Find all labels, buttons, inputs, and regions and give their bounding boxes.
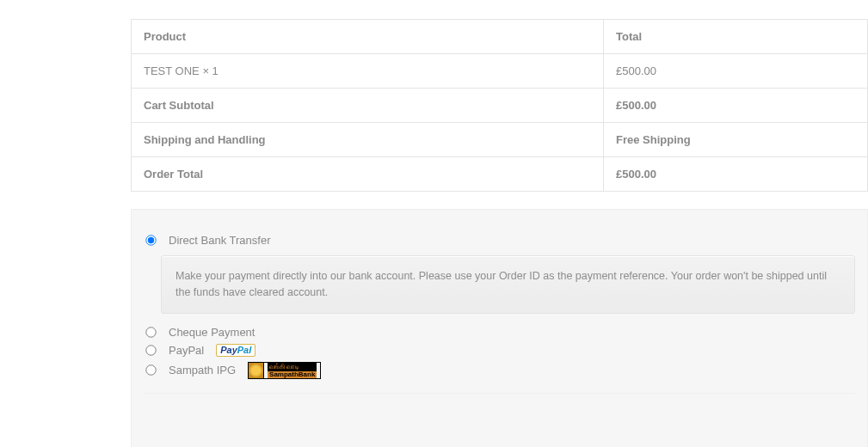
shipping-label: Shipping and Handling	[132, 123, 604, 157]
table-header-row: Product Total	[132, 20, 868, 54]
payment-methods-panel: Direct Bank Transfer Make your payment d…	[131, 209, 868, 447]
paypal-logo-icon: PayPal	[216, 344, 255, 357]
radio-paypal[interactable]	[145, 345, 156, 355]
radio-sampath[interactable]	[145, 364, 156, 375]
subtotal-value: £500.00	[604, 89, 868, 123]
sampath-bank-logo-icon: வங்கி வாடி SampathBank	[248, 362, 321, 379]
subtotal-label: Cart Subtotal	[132, 89, 604, 123]
payment-label: Sampath IPG	[169, 364, 236, 377]
shipping-value: Free Shipping	[604, 123, 868, 157]
payment-option-cheque[interactable]: Cheque Payment	[144, 326, 855, 339]
divider	[144, 393, 855, 394]
payment-option-direct-bank[interactable]: Direct Bank Transfer	[144, 234, 855, 247]
product-total-cell: £500.00	[604, 54, 868, 89]
product-name-cell: TEST ONE × 1	[132, 54, 604, 89]
payment-label: Direct Bank Transfer	[169, 234, 271, 247]
payment-option-sampath[interactable]: Sampath IPG வங்கி வாடி SampathBank	[144, 362, 855, 379]
sampath-emblem-icon	[249, 363, 264, 378]
radio-direct-bank[interactable]	[145, 235, 156, 245]
radio-cheque[interactable]	[145, 327, 156, 337]
payment-label: PayPal	[169, 344, 204, 357]
total-value: £500.00	[604, 157, 868, 192]
total-label: Order Total	[132, 157, 604, 192]
checkout-container: Product Total TEST ONE × 1 £500.00 Cart …	[131, 19, 868, 447]
table-row: TEST ONE × 1 £500.00	[132, 54, 868, 89]
col-total-header: Total	[604, 20, 868, 54]
payment-label: Cheque Payment	[169, 326, 255, 339]
col-product-header: Product	[132, 20, 604, 54]
total-row: Order Total £500.00	[132, 157, 868, 192]
subtotal-row: Cart Subtotal £500.00	[132, 89, 868, 123]
payment-option-paypal[interactable]: PayPal PayPal	[144, 344, 855, 357]
order-review-table: Product Total TEST ONE × 1 £500.00 Cart …	[131, 19, 868, 192]
payment-description: Make your payment directly into our bank…	[161, 255, 855, 314]
shipping-row: Shipping and Handling Free Shipping	[132, 123, 868, 157]
